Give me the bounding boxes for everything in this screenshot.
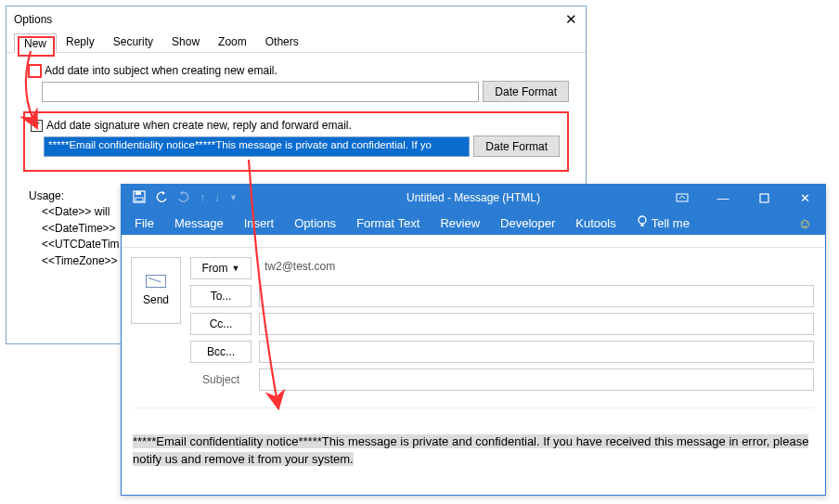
cc-row: Cc...	[190, 313, 814, 335]
checkbox-add-signature[interactable]: ✓	[31, 120, 43, 132]
svg-rect-4	[760, 194, 768, 202]
ribbon-collapsed-area	[122, 235, 825, 248]
smiley-icon[interactable]: ☺	[798, 215, 812, 231]
subject-label: Subject	[190, 373, 252, 386]
options-tabbar: New Reply Security Show Zoom Others	[6, 32, 586, 53]
to-input[interactable]	[259, 285, 814, 307]
compose-header-fields: Send From ▼ tw2@test.com To... Cc... Bcc…	[122, 248, 825, 391]
tab-show[interactable]: Show	[162, 32, 209, 52]
from-value: tw2@test.com	[259, 257, 814, 279]
ribbon-tab-options[interactable]: Options	[294, 216, 336, 230]
svg-rect-1	[136, 191, 141, 195]
send-button[interactable]: Send	[131, 257, 181, 324]
from-row: From ▼ tw2@test.com	[190, 257, 814, 279]
to-row: To...	[190, 285, 814, 307]
maximize-icon[interactable]	[743, 185, 784, 211]
tab-zoom[interactable]: Zoom	[209, 32, 256, 52]
ribbon-tab-insert[interactable]: Insert	[244, 216, 275, 230]
minimize-icon[interactable]: —	[703, 185, 743, 211]
subject-row: Subject	[190, 368, 814, 391]
to-button[interactable]: To...	[190, 285, 252, 307]
date-format-button-1[interactable]: Date Format	[483, 81, 569, 102]
ribbon-tab-kutools[interactable]: Kutools	[575, 216, 615, 230]
cc-button[interactable]: Cc...	[190, 313, 252, 335]
subject-format-row: Date Format	[29, 81, 569, 102]
down-arrow-icon[interactable]: ↓	[214, 191, 220, 204]
ribbon-tab-message[interactable]: Message	[174, 216, 224, 230]
tell-me-search[interactable]: Tell me	[637, 215, 690, 231]
signature-input[interactable]: *****Email confidentiality notice*****Th…	[44, 136, 470, 157]
send-label: Send	[143, 293, 169, 306]
qat-dropdown-icon[interactable]: ▼	[229, 193, 238, 202]
svg-rect-3	[677, 194, 688, 201]
fields-column: From ▼ tw2@test.com To... Cc... Bcc... S…	[190, 257, 814, 391]
tab-new[interactable]: New	[14, 33, 57, 53]
window-controls: — ✕	[662, 185, 825, 211]
add-signature-label: Add date signature when create new, repl…	[46, 119, 352, 132]
ribbon-display-icon[interactable]	[662, 185, 703, 211]
compose-title-text: Untitled - Message (HTML)	[407, 191, 540, 204]
ribbon-tab-developer[interactable]: Developer	[500, 216, 555, 230]
ribbon-tab-review[interactable]: Review	[440, 216, 480, 230]
options-titlebar: Options ✕	[6, 6, 586, 32]
add-date-subject-row: Add date into subject when creating new …	[29, 64, 569, 77]
svg-rect-2	[136, 198, 143, 201]
save-icon[interactable]	[133, 190, 146, 206]
cc-input[interactable]	[259, 313, 814, 335]
chevron-down-icon: ▼	[232, 264, 240, 273]
up-arrow-icon[interactable]: ↑	[200, 191, 205, 204]
tab-security[interactable]: Security	[104, 32, 162, 52]
checkbox-add-date-subject[interactable]	[29, 65, 41, 77]
bcc-input[interactable]	[259, 341, 814, 363]
subject-format-input[interactable]	[42, 82, 479, 102]
tab-others[interactable]: Others	[256, 32, 308, 52]
tab-reply[interactable]: Reply	[57, 32, 104, 52]
highlight-signature-group: ✓ Add date signature when create new, re…	[23, 111, 569, 172]
add-signature-row: ✓ Add date signature when create new, re…	[31, 119, 560, 132]
ribbon-tabs: File Message Insert Options Format Text …	[122, 211, 825, 235]
confidentiality-text: *****Email confidentiality notice*****Th…	[133, 434, 808, 466]
bulb-icon	[637, 215, 648, 231]
date-format-button-2[interactable]: Date Format	[473, 136, 560, 157]
from-button[interactable]: From ▼	[190, 257, 252, 279]
compose-window: ↑ ↓ ▼ Untitled - Message (HTML) — ✕ File…	[121, 184, 826, 496]
compose-titlebar: ↑ ↓ ▼ Untitled - Message (HTML) — ✕	[122, 185, 825, 211]
undo-icon[interactable]	[155, 190, 168, 206]
bcc-button[interactable]: Bcc...	[190, 341, 252, 363]
add-date-subject-label: Add date into subject when creating new …	[45, 64, 278, 77]
close-icon[interactable]: ✕	[784, 185, 825, 211]
envelope-icon	[146, 275, 166, 288]
quick-access-toolbar: ↑ ↓ ▼	[122, 190, 238, 206]
svg-point-5	[639, 216, 646, 224]
from-label: From	[202, 262, 228, 275]
ribbon-tab-file[interactable]: File	[135, 216, 154, 230]
svg-rect-6	[640, 224, 643, 226]
redo-icon[interactable]	[177, 190, 190, 206]
options-title-text: Options	[14, 13, 52, 26]
subject-input[interactable]	[259, 368, 814, 391]
signature-value-row: *****Email confidentiality notice*****Th…	[31, 136, 560, 157]
tell-me-label: Tell me	[652, 216, 690, 230]
close-icon[interactable]: ✕	[561, 11, 580, 28]
bcc-row: Bcc...	[190, 341, 814, 363]
ribbon-tab-format-text[interactable]: Format Text	[356, 216, 420, 230]
message-body[interactable]: *****Email confidentiality notice*****Th…	[133, 407, 814, 467]
